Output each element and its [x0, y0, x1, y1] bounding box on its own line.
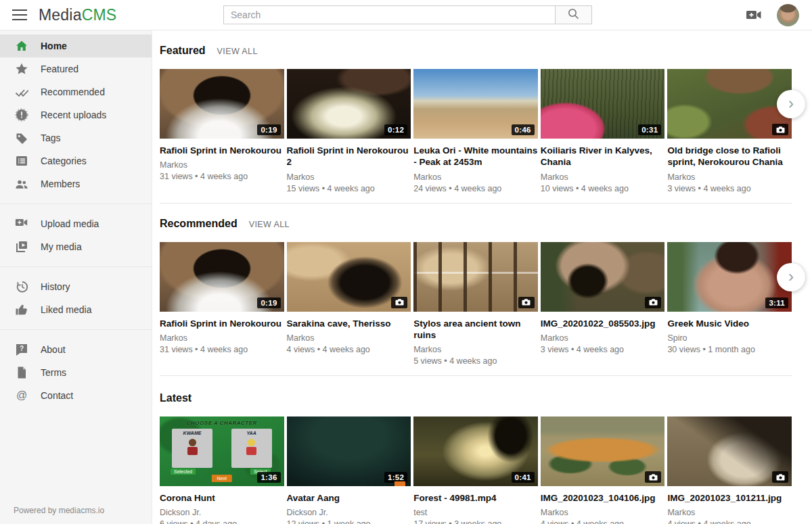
media-title[interactable]: Forest - 49981.mp4: [413, 492, 538, 504]
latest-cards-row: CHOOSE A CHARACTER KWAME YAA Selected Ne…: [160, 416, 792, 524]
media-title[interactable]: Corona Hunt: [160, 492, 284, 504]
media-meta: 12 views • 1 week ago: [287, 519, 411, 524]
image-thumbnail[interactable]: [541, 416, 665, 486]
sidebar-item-label: Liked media: [41, 304, 92, 315]
media-author[interactable]: Markos: [160, 333, 284, 343]
logo[interactable]: MediaCMS: [39, 6, 116, 24]
video-thumbnail[interactable]: 0:41: [413, 416, 538, 486]
sidebar-item-home[interactable]: Home: [0, 34, 152, 57]
media-title[interactable]: Stylos area ancient town ruins: [413, 318, 538, 341]
media-title[interactable]: IMG_20201023_104106.jpg: [541, 492, 665, 504]
image-thumbnail[interactable]: [667, 69, 792, 139]
media-author[interactable]: Markos: [287, 333, 411, 343]
camera-icon: [772, 124, 788, 135]
media-title[interactable]: Leuka Ori - White mountains - Peak at 24…: [413, 145, 538, 168]
video-camera-plus-icon: [15, 217, 28, 231]
sidebar-item-liked-media[interactable]: Liked media: [0, 298, 152, 321]
image-thumbnail[interactable]: [541, 242, 665, 312]
sidebar-item-featured[interactable]: Featured: [0, 57, 152, 80]
featured-cards-row: 0:19 Rafioli Sprint in Nerokourou Markos…: [160, 69, 792, 193]
media-meta: 4 views • 4 weeks ago: [541, 519, 665, 524]
media-card: Stylos area ancient town ruins Markos 5 …: [413, 242, 538, 366]
sidebar-item-label: Tags: [41, 133, 61, 143]
sidebar-item-upload-media[interactable]: Upload media: [0, 212, 152, 235]
user-avatar[interactable]: [777, 4, 799, 26]
media-author[interactable]: Markos: [541, 333, 665, 343]
media-author[interactable]: Markos: [667, 508, 792, 517]
sidebar-item-terms[interactable]: Terms: [0, 361, 152, 384]
media-author[interactable]: Dickson Jr.: [160, 508, 284, 517]
video-thumbnail[interactable]: 0:12: [287, 69, 411, 139]
media-author[interactable]: Markos: [287, 172, 411, 182]
view-all-link[interactable]: VIEW ALL: [217, 47, 258, 56]
media-title[interactable]: Greek Music Video: [667, 318, 792, 329]
sidebar-item-my-media[interactable]: My media: [0, 235, 152, 258]
thumb-character-panel: YAA: [231, 429, 272, 468]
media-title[interactable]: IMG_20201023_101211.jpg: [667, 492, 792, 504]
sidebar-item-tags[interactable]: Tags: [0, 126, 152, 149]
media-author[interactable]: Markos: [541, 172, 665, 182]
media-author[interactable]: Markos: [667, 172, 792, 182]
video-thumbnail[interactable]: 0:46: [413, 69, 538, 139]
list-icon: [15, 154, 28, 168]
media-author[interactable]: Spiro: [667, 333, 792, 343]
section-featured: Featured VIEW ALL 0:19 Rafioli Sprint in…: [160, 45, 792, 204]
video-thumbnail[interactable]: 0:31: [541, 69, 665, 139]
media-title[interactable]: Sarakina cave, Therisso: [287, 318, 411, 329]
carousel-next-button[interactable]: ›: [777, 263, 805, 291]
media-title[interactable]: Koiliaris River in Kalyves, Chania: [541, 145, 665, 168]
media-title[interactable]: Rafioli Sprint in Nerokourou: [160, 145, 284, 156]
image-thumbnail[interactable]: [287, 242, 411, 312]
chevron-right-icon: ›: [788, 268, 794, 285]
media-author[interactable]: Markos: [160, 160, 284, 170]
duration-badge: 0:41: [512, 472, 535, 483]
media-author[interactable]: Markos: [413, 345, 538, 354]
duration-badge: 0:19: [257, 297, 280, 308]
svg-text:?: ?: [20, 345, 24, 352]
sidebar-item-categories[interactable]: Categories: [0, 149, 152, 172]
sidebar-item-members[interactable]: Members: [0, 172, 152, 195]
search-bar: [223, 5, 592, 24]
media-title[interactable]: Rafioli Sprint in Nerokourou 2: [287, 145, 411, 168]
sidebar-item-contact[interactable]: @ Contact: [0, 384, 152, 407]
carousel-next-button[interactable]: ›: [777, 90, 805, 118]
media-card: CHOOSE A CHARACTER KWAME YAA Selected Ne…: [160, 416, 284, 524]
media-card: Sarakina cave, Therisso Markos 4 views •…: [287, 242, 411, 366]
media-author[interactable]: Markos: [541, 508, 665, 517]
video-thumbnail[interactable]: 0:19: [160, 242, 284, 312]
media-author[interactable]: Dickson Jr.: [287, 508, 411, 517]
sidebar-item-history[interactable]: History: [0, 275, 152, 298]
image-thumbnail[interactable]: [413, 242, 538, 312]
video-thumbnail[interactable]: CHOOSE A CHARACTER KWAME YAA Selected Ne…: [160, 416, 284, 486]
sidebar-item-recommended[interactable]: Recommended: [0, 80, 152, 103]
sidebar-item-label: History: [41, 281, 70, 292]
media-title[interactable]: Rafioli Sprint in Nerokourou: [160, 318, 284, 329]
view-all-link[interactable]: VIEW ALL: [249, 220, 290, 229]
camera-icon: [645, 471, 661, 483]
media-card: 3:11 Greek Music Video Spiro 30 views • …: [667, 242, 792, 366]
history-clock-icon: [15, 280, 28, 293]
video-camera-plus-icon: [746, 11, 762, 23]
double-check-icon: [15, 85, 28, 99]
media-card: 0:19 Rafioli Sprint in Nerokourou Markos…: [160, 69, 284, 193]
camera-icon: [518, 297, 535, 308]
media-title[interactable]: Avatar Aang: [287, 492, 411, 504]
hamburger-menu-icon[interactable]: [12, 9, 27, 20]
media-library-icon: [15, 240, 28, 254]
sidebar-item-recent-uploads[interactable]: Recent uploads: [0, 103, 152, 126]
upload-media-button[interactable]: [746, 9, 762, 21]
sidebar-item-about[interactable]: ? About: [0, 338, 152, 361]
powered-by-link[interactable]: Powered by mediacms.io: [14, 506, 104, 515]
search-button[interactable]: [555, 5, 592, 24]
image-thumbnail[interactable]: [667, 416, 792, 486]
duration-badge: 3:11: [765, 297, 788, 308]
video-thumbnail[interactable]: 1:52: [287, 416, 411, 486]
video-thumbnail[interactable]: 3:11: [667, 242, 792, 312]
video-thumbnail[interactable]: 0:19: [160, 69, 284, 139]
media-card: 0:41 Forest - 49981.mp4 test 17 views • …: [413, 416, 538, 524]
search-input[interactable]: [223, 5, 555, 24]
media-title[interactable]: IMG_20201022_085503.jpg: [541, 318, 665, 329]
media-author[interactable]: test: [413, 508, 538, 517]
media-title[interactable]: Old bridge close to Rafioli sprint, Nero…: [667, 145, 792, 168]
media-author[interactable]: Markos: [413, 172, 538, 182]
